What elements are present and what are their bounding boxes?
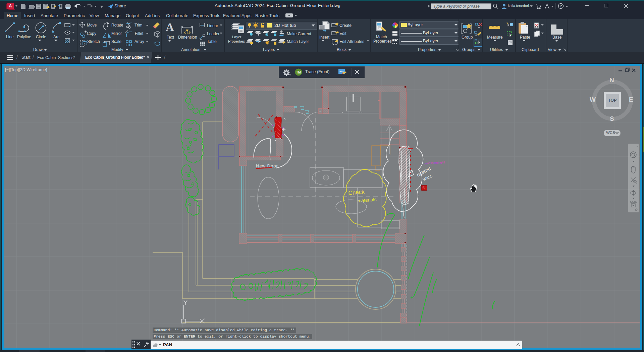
svg-text:materials: materials (357, 197, 377, 203)
svg-text:WALL: WALL (422, 174, 433, 182)
svg-text:A: A (9, 3, 12, 8)
svg-text:Check: Check (348, 189, 365, 196)
svg-text:5': 5' (423, 186, 425, 190)
svg-text:TM: TM (296, 70, 301, 74)
svg-text:brainstorming#1: brainstorming#1 (424, 161, 445, 165)
svg-text:2D Hot tub: 2D Hot tub (274, 23, 296, 28)
svg-text:?: ? (560, 4, 562, 8)
